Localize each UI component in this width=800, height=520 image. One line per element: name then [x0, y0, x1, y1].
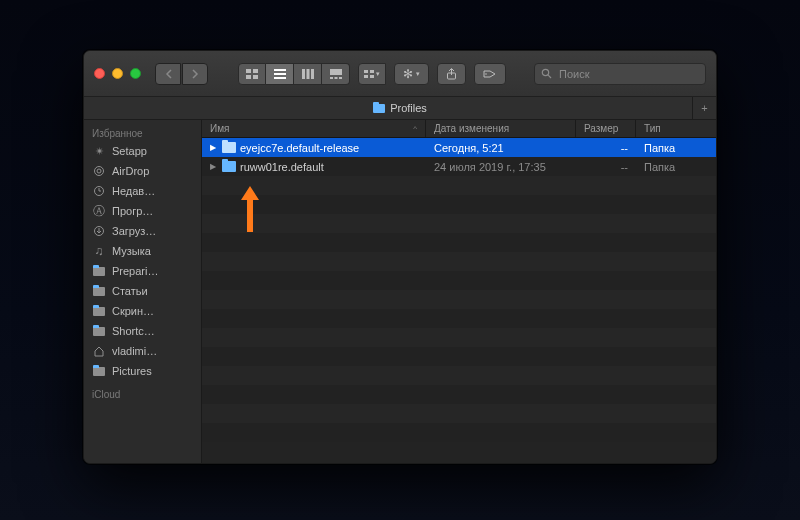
- tab-bar: Profiles +: [84, 97, 716, 120]
- column-header-size[interactable]: Размер: [576, 120, 636, 137]
- current-tab[interactable]: Profiles: [373, 102, 427, 114]
- folder-icon: [222, 142, 236, 153]
- airdrop-icon: [92, 165, 106, 177]
- home-icon: [92, 345, 106, 357]
- search-input[interactable]: [557, 67, 699, 81]
- file-name: eyejcc7e.default-release: [240, 142, 359, 154]
- svg-rect-11: [330, 77, 333, 79]
- view-list-button[interactable]: [266, 63, 294, 85]
- file-row[interactable]: ▶eyejcc7e.default-releaseСегодня, 5:21--…: [202, 138, 716, 157]
- sidebar-item-label: Setapp: [112, 145, 147, 157]
- column-header-kind[interactable]: Тип: [636, 120, 716, 137]
- view-icon-button[interactable]: [238, 63, 266, 85]
- sidebar-section-favorites: Избранное: [84, 124, 201, 141]
- gallery-icon: [330, 69, 342, 79]
- action-menu-button[interactable]: ✻ ▾: [394, 63, 429, 85]
- chevron-right-icon: [192, 69, 199, 79]
- new-tab-button[interactable]: +: [692, 97, 716, 119]
- window-controls: [94, 68, 141, 79]
- share-button[interactable]: [437, 63, 466, 85]
- folder-icon: [92, 267, 106, 276]
- empty-row: [202, 385, 716, 404]
- empty-row: [202, 195, 716, 214]
- empty-row: [202, 290, 716, 309]
- list-icon: [274, 69, 286, 79]
- sidebar-item[interactable]: AirDrop: [84, 161, 201, 181]
- back-button[interactable]: [155, 63, 181, 85]
- svg-rect-6: [274, 77, 286, 79]
- sidebar-item[interactable]: Prepari…: [84, 261, 201, 281]
- sidebar-item-label: Прогр…: [112, 205, 153, 217]
- svg-rect-7: [302, 69, 305, 79]
- chevron-down-icon: ▾: [376, 70, 380, 78]
- search-field[interactable]: [534, 63, 706, 85]
- file-name: ruww01re.default: [240, 161, 324, 173]
- sidebar-section-icloud: iCloud: [84, 385, 201, 402]
- folder-icon: [222, 161, 236, 172]
- sidebar-item[interactable]: Загруз…: [84, 221, 201, 241]
- svg-rect-14: [364, 70, 368, 73]
- svg-rect-9: [311, 69, 314, 79]
- gear-icon: ✻: [403, 67, 413, 81]
- svg-rect-2: [246, 75, 251, 79]
- sidebar-item[interactable]: Pictures: [84, 361, 201, 381]
- column-headers: Имя ^ Дата изменения Размер Тип: [202, 120, 716, 138]
- sidebar-item[interactable]: Shortc…: [84, 321, 201, 341]
- empty-row: [202, 176, 716, 195]
- column-header-date[interactable]: Дата изменения: [426, 120, 576, 137]
- tab-title: Profiles: [390, 102, 427, 114]
- forward-button[interactable]: [182, 63, 208, 85]
- disclosure-triangle-icon[interactable]: ▶: [210, 162, 218, 171]
- file-list: Имя ^ Дата изменения Размер Тип ▶eyejcc7…: [202, 120, 716, 463]
- empty-row: [202, 271, 716, 290]
- zoom-window-button[interactable]: [130, 68, 141, 79]
- columns-icon: [302, 69, 314, 79]
- arrange-button[interactable]: ▾: [358, 63, 386, 85]
- svg-rect-13: [339, 77, 342, 79]
- sidebar-item-label: Скрин…: [112, 305, 154, 317]
- folder-icon: [92, 307, 106, 316]
- empty-row: [202, 252, 716, 271]
- column-header-name[interactable]: Имя ^: [202, 120, 426, 137]
- empty-row: [202, 309, 716, 328]
- tag-icon: [483, 69, 497, 79]
- disclosure-triangle-icon[interactable]: ▶: [210, 143, 218, 152]
- sidebar-item-label: Загруз…: [112, 225, 156, 237]
- grid-icon: [246, 69, 258, 79]
- tags-button[interactable]: [474, 63, 506, 85]
- svg-rect-16: [364, 75, 368, 78]
- file-row[interactable]: ▶ruww01re.default24 июля 2019 г., 17:35-…: [202, 157, 716, 176]
- sidebar-item[interactable]: ⒶПрогр…: [84, 201, 201, 221]
- recents-icon: [92, 185, 106, 197]
- empty-row: [202, 347, 716, 366]
- svg-rect-0: [246, 69, 251, 73]
- empty-row: [202, 328, 716, 347]
- sidebar-item[interactable]: ✴Setapp: [84, 141, 201, 161]
- sidebar-item[interactable]: Скрин…: [84, 301, 201, 321]
- view-column-button[interactable]: [294, 63, 322, 85]
- sidebar-item-label: Shortc…: [112, 325, 155, 337]
- minimize-window-button[interactable]: [112, 68, 123, 79]
- view-gallery-button[interactable]: [322, 63, 350, 85]
- sidebar-item-label: Pictures: [112, 365, 152, 377]
- sidebar-item[interactable]: Недав…: [84, 181, 201, 201]
- sidebar-item[interactable]: Статьи: [84, 281, 201, 301]
- sidebar-item-label: AirDrop: [112, 165, 149, 177]
- close-window-button[interactable]: [94, 68, 105, 79]
- sidebar-item-label: vladimi…: [112, 345, 157, 357]
- chevron-down-icon: ▾: [416, 70, 420, 78]
- finder-window: ▾ ✻ ▾: [83, 50, 717, 464]
- share-icon: [446, 68, 457, 80]
- file-date: 24 июля 2019 г., 17:35: [426, 161, 576, 173]
- svg-rect-5: [274, 73, 286, 75]
- svg-rect-4: [274, 69, 286, 71]
- setapp-icon: ✴: [92, 145, 106, 158]
- sidebar-item[interactable]: ♫Музыка: [84, 241, 201, 261]
- folder-icon: [373, 104, 385, 113]
- search-icon: [541, 68, 552, 79]
- sidebar-item[interactable]: vladimi…: [84, 341, 201, 361]
- svg-rect-15: [370, 70, 374, 73]
- apps-icon: Ⓐ: [92, 205, 106, 217]
- file-size: --: [576, 142, 636, 154]
- sort-ascending-icon: ^: [413, 124, 417, 133]
